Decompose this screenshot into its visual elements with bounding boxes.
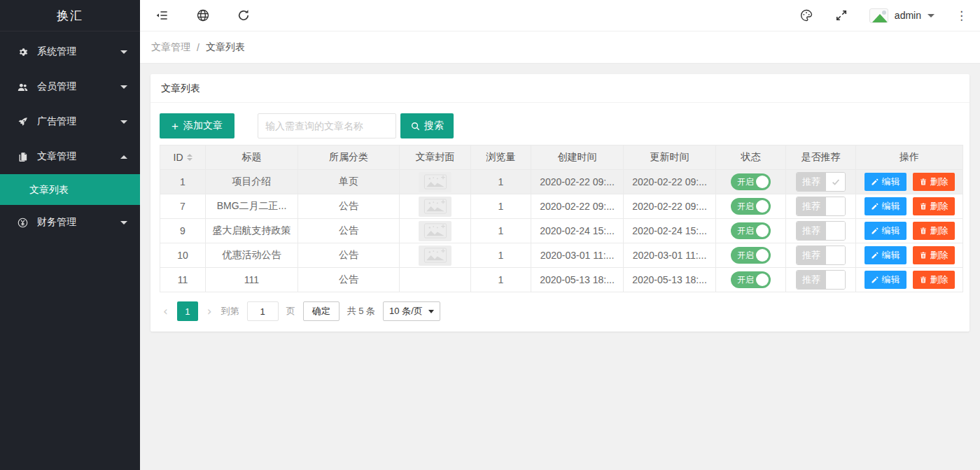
search-input[interactable]	[258, 113, 396, 138]
table-row: 1项目介绍单页12020-02-22 09:...2020-02-22 09:.…	[160, 170, 963, 194]
table-row: 7BMG二月二正...公告12020-02-22 09:...2020-02-2…	[160, 194, 963, 219]
article-table: ID标题所属分类文章封面浏览量创建时间更新时间状态是否推荐操作 1项目介绍单页1…	[160, 145, 963, 292]
cell-category: 公告	[298, 243, 400, 268]
column-header-6: 更新时间	[624, 145, 716, 170]
recommend-checkbox[interactable]: 推荐	[796, 270, 846, 290]
edit-button[interactable]: 编辑	[864, 271, 906, 289]
sidebar-item-2[interactable]: 广告管理	[0, 104, 140, 139]
chevron-down-icon	[428, 310, 434, 313]
toggle-knob	[756, 273, 769, 286]
delete-button[interactable]: 删除	[913, 197, 955, 215]
article-cover-thumbnail[interactable]	[419, 197, 451, 217]
goto-suffix-label: 页	[286, 305, 295, 318]
users-icon	[17, 81, 29, 93]
cell-id: 1	[160, 170, 206, 194]
edit-button[interactable]: 编辑	[864, 222, 906, 240]
chevron-up-icon	[120, 155, 127, 159]
gear-icon	[17, 46, 29, 58]
pages-icon	[17, 151, 29, 163]
delete-button[interactable]: 删除	[913, 222, 955, 240]
search-label: 搜索	[424, 120, 444, 132]
cell-created-time: 2020-05-13 18:...	[531, 268, 624, 292]
sidebar-item-label: 广告管理	[37, 115, 120, 128]
status-toggle[interactable]: 开启	[731, 173, 771, 190]
cell-views: 1	[471, 170, 531, 194]
status-toggle[interactable]: 开启	[731, 222, 771, 239]
cell-updated-time: 2020-02-24 15:...	[624, 219, 716, 243]
cell-updated-time: 2020-03-01 11:...	[624, 243, 716, 268]
goto-prefix-label: 到第	[221, 305, 239, 318]
status-toggle[interactable]: 开启	[731, 271, 771, 288]
article-cover-thumbnail[interactable]	[419, 245, 451, 266]
delete-button[interactable]: 删除	[913, 246, 955, 264]
column-header-0[interactable]: ID	[160, 145, 206, 170]
language-globe-icon[interactable]	[196, 8, 210, 22]
edit-button[interactable]: 编辑	[864, 246, 906, 264]
cell-id: 9	[160, 219, 206, 243]
sidebar-item-3[interactable]: 文章管理	[0, 139, 140, 174]
cell-views: 1	[471, 268, 531, 292]
chevron-down-icon	[120, 85, 127, 89]
edit-button-label: 编辑	[882, 225, 900, 237]
cell-title: BMG二月二正...	[206, 194, 298, 219]
cell-operations: 编辑删除	[856, 219, 963, 243]
cell-recommend: 推荐	[786, 170, 856, 194]
recommend-checkbox-label: 推荐	[797, 197, 826, 215]
recommend-checkbox[interactable]: 推荐	[796, 245, 846, 265]
status-toggle-label: 开启	[737, 201, 754, 213]
sidebar-item-1[interactable]: 会员管理	[0, 69, 140, 104]
main-area: admin ⋮ 文章管理 / 文章列表 文章列表 + 添加文章	[140, 0, 980, 470]
confirm-page-button[interactable]: 确定	[303, 301, 340, 321]
article-cover-thumbnail[interactable]	[419, 221, 451, 241]
breadcrumb-separator: /	[197, 42, 200, 53]
delete-button-label: 删除	[930, 249, 948, 262]
delete-button[interactable]: 删除	[913, 271, 955, 289]
column-header-2: 所属分类	[298, 145, 400, 170]
cell-updated-time: 2020-02-22 09:...	[624, 170, 716, 194]
prev-page-button[interactable]: ‹	[162, 306, 169, 318]
column-header-label: ID	[174, 152, 183, 163]
sort-icon[interactable]	[187, 154, 192, 161]
sidebar-item-4[interactable]: 财务管理	[0, 205, 140, 240]
recommend-checkbox-label: 推荐	[797, 222, 826, 240]
breadcrumb-parent[interactable]: 文章管理	[151, 41, 190, 54]
edit-button[interactable]: 编辑	[864, 173, 906, 191]
column-header-4: 浏览量	[471, 145, 531, 170]
status-toggle[interactable]: 开启	[731, 247, 771, 264]
cell-created-time: 2020-03-01 11:...	[531, 243, 624, 268]
cell-operations: 编辑删除	[856, 268, 963, 292]
toolbar: + 添加文章 搜索	[160, 113, 960, 138]
add-article-button[interactable]: + 添加文章	[160, 113, 234, 138]
yen-circle-icon	[17, 217, 29, 229]
recommend-checkbox[interactable]: 推荐	[796, 197, 846, 216]
page-size-select[interactable]: 10 条/页	[383, 301, 440, 321]
sidebar-subitem[interactable]: 文章列表	[0, 174, 140, 205]
status-toggle-label: 开启	[737, 274, 754, 286]
next-page-button[interactable]: ›	[206, 306, 214, 318]
goto-page-input[interactable]	[247, 301, 279, 321]
cell-id: 10	[160, 243, 206, 268]
sidebar-item-0[interactable]: 系统管理	[0, 34, 140, 69]
more-menu-icon[interactable]: ⋮	[955, 10, 967, 22]
theme-palette-icon[interactable]	[799, 8, 813, 22]
delete-button[interactable]: 删除	[913, 173, 955, 191]
cell-recommend: 推荐	[786, 194, 856, 219]
refresh-icon[interactable]	[237, 8, 251, 22]
collapse-sidebar-icon[interactable]	[155, 8, 169, 22]
recommend-checkbox[interactable]: 推荐	[796, 221, 846, 241]
fullscreen-icon[interactable]	[834, 8, 848, 22]
page-number-current[interactable]: 1	[177, 301, 198, 321]
cell-category: 公告	[298, 268, 400, 292]
pagination: ‹ 1 › 到第 页 确定 共 5 条 10 条/页	[160, 301, 960, 321]
delete-button-label: 删除	[930, 200, 948, 213]
edit-button[interactable]: 编辑	[864, 197, 906, 215]
edit-button-label: 编辑	[882, 176, 900, 188]
topbar: admin ⋮	[140, 0, 980, 31]
cell-recommend: 推荐	[786, 243, 856, 268]
status-toggle[interactable]: 开启	[731, 198, 771, 215]
topbar-left	[155, 8, 251, 22]
recommend-checkbox[interactable]: 推荐	[796, 172, 846, 192]
search-button[interactable]: 搜索	[400, 113, 454, 138]
article-cover-thumbnail[interactable]	[419, 172, 451, 192]
user-menu[interactable]: admin	[869, 8, 934, 23]
